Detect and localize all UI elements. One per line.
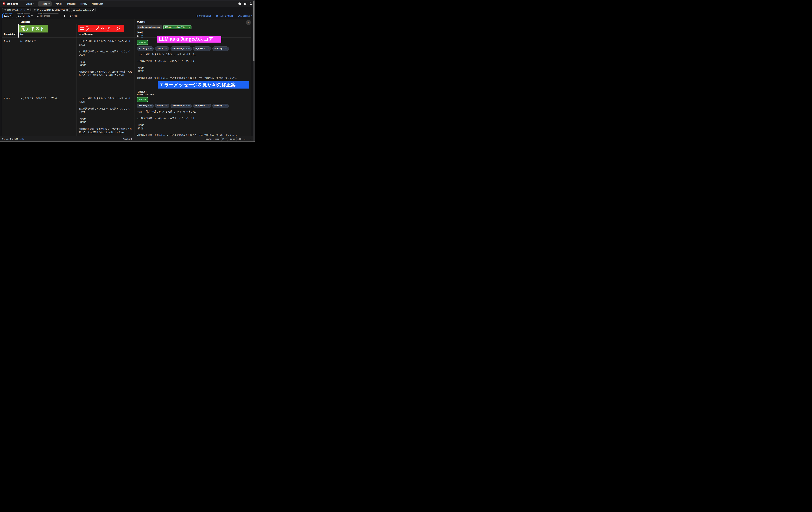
table-actions: Columns (3) Table Settin [196,15,252,17]
assertion-badge: textlint-no-doubled-joshi [137,25,162,29]
score-chip-contextual-fit: contextual_fit1.00 [171,104,192,108]
info-icon[interactable] [238,2,241,5]
annotation-error-message: エラーメッセージ [78,25,124,32]
column-resize-handle[interactable] [18,24,19,37]
display-select[interactable]: Display Show all results [16,13,31,18]
showing-results-text: Showing 1 to 5 of 5 results [2,138,24,140]
caret-down-icon [251,16,252,17]
next-page-arrow-icon[interactable]: → [249,137,252,140]
open-in-new-icon[interactable] [141,35,143,37]
results-count: 5 results [70,15,78,17]
nav-item-create[interactable]: Create [24,1,37,6]
row2-description-cell: Row #2 [2,95,18,136]
score-chip-fixability: fixability1.00 [212,47,229,51]
caret-down-icon [31,16,33,17]
mail-icon [73,9,75,11]
score-chips: accuracy1.00 clarity1.00 contextual_fit1… [137,104,249,108]
search-input[interactable] [40,15,56,17]
chevron-down-icon [48,3,50,4]
row2-text-cell[interactable]: あなたは「私は彼は好きだ」と言った。 [18,95,77,136]
edit-pencil-icon[interactable] [92,9,94,11]
caret-down-icon [225,139,227,139]
row2-output-cell[interactable]: 5 PASS accuracy1.00 clarity1.00 contextu… [135,95,251,136]
score-chip-fix-quality: fix_quality1.00 [193,47,211,51]
group-header-spacer [2,19,18,24]
columns-button[interactable]: Columns (3) [196,15,211,17]
main-nav: Create Results Prompts Datasets History … [24,1,105,6]
previous-page-arrow-icon[interactable]: ← [243,137,247,140]
goto-label: Go to: [230,138,235,140]
chevron-down-icon [33,3,35,4]
search-field[interactable]: Search [35,13,59,18]
zoom-select-value: 150% [4,15,9,17]
output-text: 一文に二回以上利用されている助詞 "は" がみつかりました。 次の助詞が連続して… [137,110,249,136]
dark-mode-moon-icon[interactable] [249,2,252,5]
pagination-controls: Results per page: 10 Go to: ← → [205,137,252,141]
navbar-actions [238,2,252,5]
display-select-label: Display [18,12,24,14]
table-group-header: Variables Outputs [2,19,251,24]
app-window: promptfoo Create Results Prompts Dataset… [0,0,255,142]
output-text: 一文に二回以上利用されている助詞 "は" がみつかりました。 次の助詞が連続して… [137,53,249,95]
brand[interactable]: promptfoo [2,2,18,5]
annotation-llm-judge-score: LLM as a Judgeのスコア [157,35,221,42]
nav-item-history[interactable]: History [79,1,89,6]
columns-icon [196,15,198,17]
fingerprint-icon [34,9,36,11]
group-header-outputs: Outputs [135,19,251,24]
author-value: Author: Unknown [76,9,91,11]
brand-name: promptfoo [7,2,18,5]
pagination-footer: Showing 1 to 5 of 5 results Page 1 of 1 … [0,136,255,141]
row1-description-cell: Row #1 [2,38,18,95]
eval-id-pill[interactable]: ID: eval-B9I-2025-10-13T12:37:33 [32,8,70,12]
score-chip-fix-quality: fix_quality1.00 [193,104,211,108]
window-bottom-edge [0,141,255,142]
nav-item-model-audit[interactable]: Model Audit [90,1,105,6]
promptfoo-logo-icon [2,2,5,5]
score-chip-clarity: clarity1.00 [155,104,169,108]
results-per-page-select[interactable]: 10 [221,137,228,141]
score-chips: accuracy1.00 clarity1.00 contextual_fit1… [137,47,249,51]
eval-actions-button[interactable]: Eval actions [238,15,252,17]
number-spinner[interactable] [239,138,241,140]
score-chip-fixability: fixability1.00 [212,104,229,108]
nav-item-prompts[interactable]: Prompts [53,1,64,6]
magnifier-icon[interactable] [137,35,139,37]
author-pill[interactable]: Author: Unknown [71,8,95,12]
zoom-select-label: Zoom [4,13,9,15]
display-select-value: Show all results [18,15,30,17]
score-chip-accuracy: accuracy1.00 [137,47,154,51]
annotation-source-text: 元テキスト [19,25,48,32]
nav-item-datasets[interactable]: Datasets [65,1,78,6]
passing-rate-badge: 100.00% passing (5/5 cases) [163,25,192,29]
goto-page-input[interactable] [237,138,239,140]
eval-selector-value: 評価（小規模テスト） [7,9,26,11]
row1-error-message-cell[interactable]: 一文に二回以上利用されている助詞 "は" がみつかりました。 次の助詞が連続して… [77,38,135,95]
close-icon[interactable]: ✕ [246,20,251,25]
filter-funnel-icon[interactable] [63,15,66,17]
score-chip-clarity: clarity1.00 [155,47,169,51]
navbar: promptfoo Create Results Prompts Dataset… [0,0,255,7]
vertical-scrollbar[interactable] [253,0,255,141]
prompt-variable: {{text}} [137,31,249,34]
goto-page-field [236,137,241,141]
search-field-label: Search [36,12,43,14]
gear-icon [216,15,218,17]
results-per-page-label: Results per page: [205,138,220,140]
nav-item-results[interactable]: Results [38,1,52,6]
engineer-settings-icon[interactable] [244,2,247,5]
search-icon [36,15,39,17]
eval-selector[interactable]: 評価（小規模テスト） [2,8,31,12]
row1-text-cell[interactable]: 私は彼は好きだ [18,38,77,95]
eval-id-value: ID: eval-B9I-2025-10-13T12:37:33 [37,9,65,11]
caret-down-icon [10,16,11,17]
copy-icon[interactable] [66,9,68,11]
pass-badge: 5 PASS [137,97,148,102]
row2-error-message-cell[interactable]: 一文に二回以上利用されている助詞 "は" がみつかりました。 次の助詞が連続して… [77,95,135,136]
table-settings-button[interactable]: Table Settings [216,15,233,17]
pass-badge: 5 PASS [137,40,148,45]
group-header-variables: Variables [18,19,135,24]
zoom-select[interactable]: Zoom 150% [2,13,13,18]
column-header-description: Description [2,24,18,37]
scrollbar-thumb[interactable] [253,1,255,61]
